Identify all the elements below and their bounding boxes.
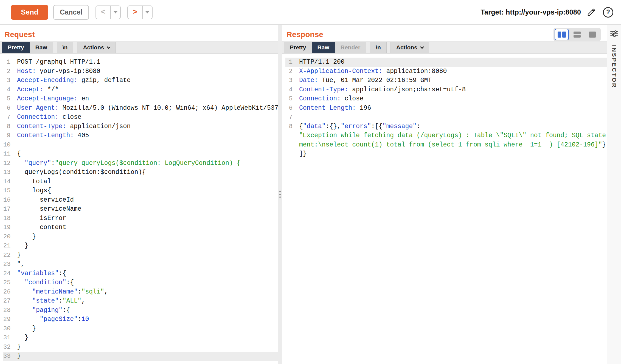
tab-label: Raw bbox=[35, 44, 47, 51]
code-line: 24"variables":{ bbox=[3, 269, 278, 278]
view-single-button[interactable] bbox=[586, 29, 599, 40]
tab-pretty[interactable]: Pretty bbox=[2, 42, 30, 53]
back-button[interactable]: < bbox=[96, 6, 110, 19]
code-segment-plain: } bbox=[17, 343, 21, 351]
code-segment-plain: } bbox=[17, 242, 28, 249]
code-segment-key: "message" bbox=[383, 123, 417, 130]
code-text: Accept-Language: en bbox=[17, 94, 278, 104]
line-number: 26 bbox=[3, 287, 14, 297]
code-segment-plain: } bbox=[17, 352, 21, 360]
code-text: } bbox=[17, 343, 278, 352]
code-segment-plain: , bbox=[82, 297, 85, 304]
code-text: "condition":{ bbox=[17, 278, 278, 287]
tab-raw[interactable]: Raw bbox=[312, 42, 335, 53]
code-segment-name: Date: bbox=[299, 77, 318, 84]
forward-dropdown-button[interactable] bbox=[142, 6, 152, 19]
request-editor[interactable]: 1POST /graphql HTTP/1.12Host: your-vps-i… bbox=[0, 54, 278, 364]
code-line: 32} bbox=[3, 343, 278, 352]
request-panel: Request PrettyRaw\nActions 1POST /graphq… bbox=[0, 25, 278, 364]
code-segment-name: Connection: bbox=[299, 95, 341, 102]
line-number: 1 bbox=[3, 58, 14, 67]
line-number: 24 bbox=[3, 269, 14, 278]
code-text: isError bbox=[17, 214, 278, 223]
code-line: 4Accept: */* bbox=[3, 85, 278, 95]
tab-label: Actions bbox=[83, 44, 104, 51]
code-text: Accept-Encoding: gzip, deflate bbox=[17, 76, 278, 85]
code-segment-key: "pageSize" bbox=[40, 316, 78, 323]
code-line: 28 "paging":{ bbox=[3, 306, 278, 315]
code-line: 8{"data":{},"errors":[{"message": bbox=[285, 122, 607, 131]
code-line: 8Content-Type: application/json bbox=[3, 122, 278, 131]
line-number: 6 bbox=[285, 104, 296, 113]
code-text: "variables":{ bbox=[17, 269, 278, 278]
tab-raw[interactable]: Raw bbox=[30, 42, 53, 53]
response-title: Response bbox=[286, 30, 323, 39]
code-text: Content-Type: application/json bbox=[17, 122, 278, 131]
line-number: 3 bbox=[285, 76, 296, 85]
line-number: 15 bbox=[3, 186, 14, 196]
panel-resize-divider[interactable] bbox=[278, 25, 282, 364]
code-segment-string: "sqli" bbox=[82, 288, 104, 295]
code-segment-plain: } bbox=[17, 252, 21, 259]
code-segment-plain: { bbox=[299, 123, 303, 130]
code-line: 10 bbox=[3, 140, 278, 150]
edit-target-button[interactable] bbox=[586, 7, 597, 18]
line-number: 33 bbox=[3, 352, 14, 361]
forward-button[interactable]: > bbox=[128, 6, 142, 19]
code-segment-key: "condition" bbox=[25, 279, 66, 286]
tab-pretty[interactable]: Pretty bbox=[284, 42, 312, 53]
cancel-button[interactable]: Cancel bbox=[53, 5, 89, 20]
inspector-label: INSPECTOR bbox=[611, 45, 617, 88]
line-number: 16 bbox=[3, 196, 14, 205]
caret-down-icon bbox=[114, 11, 117, 13]
code-segment-plain: ", bbox=[17, 261, 25, 268]
code-segment-plain: ]} bbox=[299, 150, 307, 157]
line-number: 17 bbox=[3, 205, 14, 214]
response-editor[interactable]: 1HTTP/1.1 2002X-Application-Context: app… bbox=[282, 54, 607, 364]
code-line: 1HTTP/1.1 200 bbox=[285, 58, 607, 67]
code-text: ]} bbox=[299, 149, 607, 159]
line-number: 7 bbox=[285, 113, 296, 122]
code-segment-plain: : bbox=[417, 123, 420, 130]
code-text: POST /graphql HTTP/1.1 bbox=[17, 58, 278, 67]
code-text: Connection: close bbox=[17, 113, 278, 122]
code-segment-string: "Exception while fetching data (/queryLo… bbox=[299, 132, 606, 139]
code-segment-plain: Tue, 01 Mar 2022 02:16:59 GMT bbox=[318, 77, 432, 84]
back-dropdown-button[interactable] bbox=[110, 6, 120, 19]
inspector-toggle-button[interactable] bbox=[609, 29, 619, 38]
code-segment-plain: serviceName bbox=[17, 205, 82, 213]
send-button[interactable]: Send bbox=[11, 5, 48, 20]
line-number: 22 bbox=[3, 251, 14, 260]
code-segment-plain: close bbox=[341, 95, 364, 102]
line-number: 5 bbox=[3, 94, 14, 104]
code-segment-plain: HTTP/1.1 200 bbox=[299, 58, 345, 66]
tab-actions[interactable]: Actions bbox=[390, 42, 429, 53]
main-content: Request PrettyRaw\nActions 1POST /graphq… bbox=[0, 25, 621, 364]
tab-actions[interactable]: Actions bbox=[77, 42, 116, 53]
line-number: 9 bbox=[3, 131, 14, 140]
view-side-by-side-button[interactable] bbox=[555, 29, 568, 40]
code-segment-plain: : bbox=[51, 160, 55, 167]
code-segment-plain: : bbox=[78, 316, 82, 323]
tab-newline[interactable]: \n bbox=[370, 42, 387, 53]
tab-newline[interactable]: \n bbox=[57, 42, 74, 53]
code-line: 19 content bbox=[3, 223, 278, 232]
line-number: 29 bbox=[3, 315, 14, 324]
view-stacked-button[interactable] bbox=[571, 29, 584, 40]
code-text: ", bbox=[17, 260, 278, 269]
code-text: Content-Type: application/json;charset=u… bbox=[299, 85, 607, 95]
tab-label: Pretty bbox=[8, 44, 24, 51]
code-segment-plain: */* bbox=[44, 86, 59, 93]
code-segment-key: "query" bbox=[25, 160, 51, 167]
code-segment-plain: gzip, deflate bbox=[78, 77, 131, 84]
code-line: 29 "pageSize":10 bbox=[3, 315, 278, 324]
response-tabs: PrettyRawRender\nActions bbox=[282, 41, 607, 54]
line-number: 7 bbox=[3, 113, 14, 122]
code-line: 6Content-Length: 196 bbox=[285, 104, 607, 113]
chevron-down-icon bbox=[420, 45, 424, 49]
back-button-group: < bbox=[95, 5, 121, 19]
code-text: "metricName":"sqli", bbox=[17, 287, 278, 297]
help-button[interactable]: ? bbox=[602, 6, 614, 19]
code-segment-plain bbox=[17, 288, 32, 295]
sliders-icon bbox=[610, 30, 618, 37]
